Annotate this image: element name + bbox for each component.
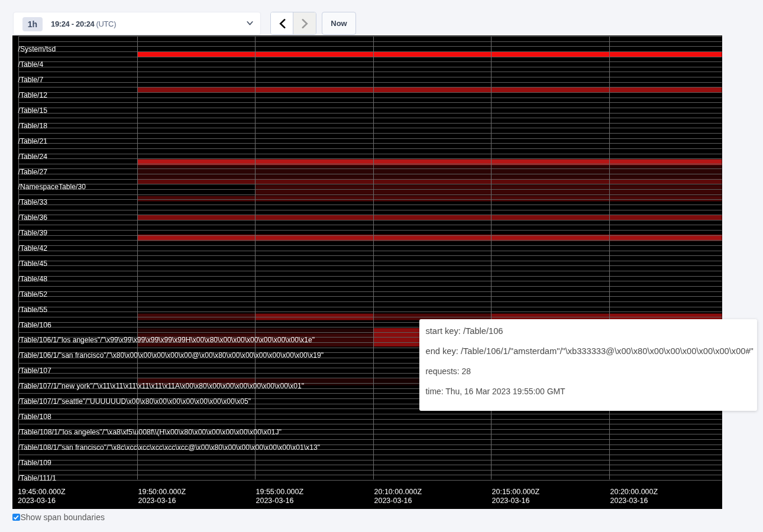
- svg-text:19:24 - 20:24: 19:24 - 20:24: [51, 20, 95, 28]
- svg-text:20:20:00.000Z: 20:20:00.000Z: [610, 488, 658, 496]
- svg-text:/Table/106/1/"los angeles"/"\x: /Table/106/1/"los angeles"/"\x99\x99\x99…: [18, 336, 315, 344]
- svg-text:20:10:00.000Z: 20:10:00.000Z: [374, 488, 422, 496]
- svg-text:start key: /Table/106: start key: /Table/106: [426, 326, 503, 336]
- svg-text:19:55:00.000Z: 19:55:00.000Z: [256, 488, 304, 496]
- svg-text:/Table/7: /Table/7: [18, 76, 44, 84]
- svg-text:time: Thu, 16 Mar 2023 19:55:0: time: Thu, 16 Mar 2023 19:55:00 GMT: [426, 387, 566, 396]
- svg-text:2023-03-16: 2023-03-16: [374, 497, 412, 505]
- svg-text:2023-03-16: 2023-03-16: [256, 497, 294, 505]
- svg-text:/Table/48: /Table/48: [18, 275, 48, 283]
- svg-text:/Table/33: /Table/33: [18, 198, 48, 206]
- svg-text:/Table/42: /Table/42: [18, 244, 48, 252]
- svg-text:/Table/39: /Table/39: [18, 229, 48, 237]
- svg-text:2023-03-16: 2023-03-16: [610, 497, 648, 505]
- svg-text:/Table/108/1/"los angeles"/"\x: /Table/108/1/"los angeles"/"\xa8\xf5\u00…: [18, 428, 282, 436]
- svg-text:/Table/108/1/"san francisco"/": /Table/108/1/"san francisco"/"\x8c\xcc\x…: [18, 443, 321, 452]
- svg-text:end key: /Table/106/1/"amsterd: end key: /Table/106/1/"amsterdam"/"\xb33…: [426, 346, 754, 356]
- svg-text:/Table/12: /Table/12: [18, 91, 48, 99]
- svg-text:/NamespaceTable/30: /NamespaceTable/30: [18, 183, 86, 191]
- svg-text:/Table/106/1/"san francisco"/": /Table/106/1/"san francisco"/"\x80\x00\x…: [18, 351, 324, 359]
- svg-text:/Table/21: /Table/21: [18, 137, 48, 145]
- svg-text:20:15:00.000Z: 20:15:00.000Z: [492, 488, 540, 496]
- svg-text:2023-03-16: 2023-03-16: [492, 497, 530, 505]
- svg-text:/Table/18: /Table/18: [18, 122, 48, 130]
- svg-text:requests: 28: requests: 28: [426, 366, 471, 376]
- svg-text:/Table/52: /Table/52: [18, 290, 48, 299]
- svg-text:19:50:00.000Z: 19:50:00.000Z: [138, 488, 186, 496]
- svg-text:/Table/107: /Table/107: [18, 366, 51, 375]
- svg-text:/Table/108: /Table/108: [18, 413, 51, 421]
- svg-text:19:45:00.000Z: 19:45:00.000Z: [18, 488, 66, 496]
- svg-text:/Table/24: /Table/24: [18, 153, 48, 161]
- svg-text:/Table/15: /Table/15: [18, 106, 48, 115]
- svg-text:2023-03-16: 2023-03-16: [18, 497, 56, 505]
- svg-text:2023-03-16: 2023-03-16: [138, 497, 176, 505]
- svg-text:/Table/107/1/"new york"/"\x11\: /Table/107/1/"new york"/"\x11\x11\x11\x1…: [18, 382, 305, 390]
- svg-text:/Table/36: /Table/36: [18, 213, 48, 222]
- svg-text:Now: Now: [331, 19, 347, 28]
- svg-text:/Table/27: /Table/27: [18, 168, 48, 176]
- svg-text:/Table/4: /Table/4: [18, 60, 44, 69]
- svg-text:/System/tsd: /System/tsd: [18, 45, 56, 53]
- svg-text:/Table/111/1: /Table/111/1: [18, 474, 57, 482]
- svg-text:1h: 1h: [27, 20, 37, 29]
- svg-text:/Table/106: /Table/106: [18, 321, 51, 329]
- svg-text:/Table/45: /Table/45: [18, 259, 48, 268]
- svg-text:/Table/109: /Table/109: [18, 459, 51, 467]
- svg-text:Show span boundaries: Show span boundaries: [21, 513, 105, 522]
- svg-text:/Table/107/1/"seattle"/"UUUUUU: /Table/107/1/"seattle"/"UUUUUUD\x00\x80\…: [18, 397, 251, 406]
- svg-text:/Table/55: /Table/55: [18, 306, 48, 314]
- svg-text:(UTC): (UTC): [96, 20, 116, 28]
